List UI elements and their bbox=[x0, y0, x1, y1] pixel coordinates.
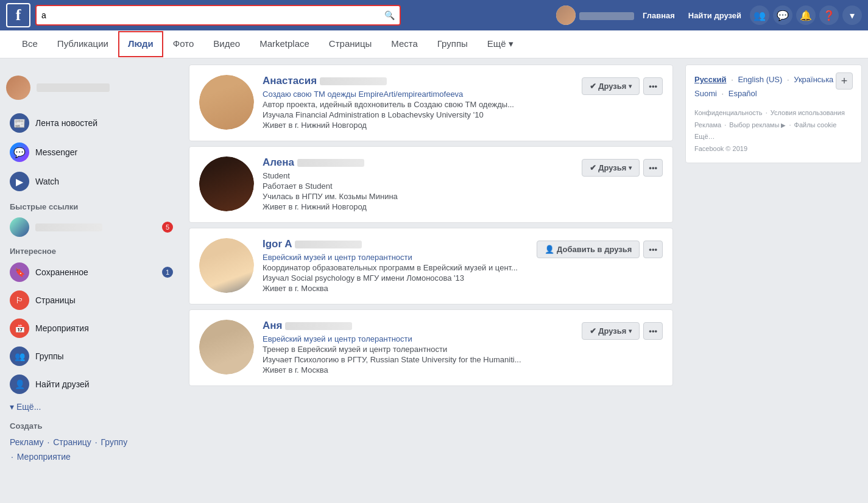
result-actions-anya: ✔ Друзья ▾ ••• bbox=[582, 322, 663, 340]
right-sidebar: Русский · English (US) · Українська Suom… bbox=[679, 65, 868, 473]
facebook-logo[interactable]: f bbox=[6, 3, 30, 27]
result-avatar-alena[interactable] bbox=[199, 157, 254, 211]
tab-more[interactable]: Ещё ▾ bbox=[478, 31, 523, 58]
create-event-link[interactable]: Мероприятие bbox=[17, 452, 71, 462]
lang-russian[interactable]: Русский bbox=[694, 75, 727, 84]
result-detail3-anya: Живет в г. Москва bbox=[263, 365, 573, 375]
result-detail3-alena: Живет в г. Нижний Новгород bbox=[263, 202, 573, 211]
sidebar-item-groups[interactable]: 👥 Группы bbox=[6, 342, 177, 370]
result-tagline-igor: Еврейский музей и центр толерантности bbox=[263, 253, 528, 262]
sidebar-item-news[interactable]: 📰 Лента новостей bbox=[6, 108, 177, 138]
tab-marketplace[interactable]: Marketplace bbox=[250, 31, 319, 57]
nav-find-friends-button[interactable]: Найти друзей bbox=[683, 9, 746, 23]
watch-icon: ▶ bbox=[10, 172, 29, 191]
tab-posts[interactable]: Публикации bbox=[48, 31, 118, 57]
tab-places[interactable]: Места bbox=[381, 31, 428, 57]
result-detail3-anastasia: Живет в г. Нижний Новгород bbox=[263, 121, 573, 130]
result-name-anastasia[interactable]: Анастасия bbox=[263, 75, 573, 87]
result-card-alena: Алена Student Работает в Student Училась… bbox=[189, 146, 673, 223]
result-info-alena: Алена Student Работает в Student Училась… bbox=[263, 157, 573, 213]
search-icon[interactable]: 🔍 bbox=[384, 10, 395, 20]
news-icon: 📰 bbox=[10, 113, 29, 133]
result-detail3-igor: Живет в г. Москва bbox=[263, 284, 528, 293]
result-card-anya: Аня Еврейский музей и центр толерантност… bbox=[189, 309, 673, 386]
result-avatar-anastasia[interactable] bbox=[199, 75, 254, 130]
more-options-button-anastasia[interactable]: ••• bbox=[643, 77, 663, 95]
result-actions-anastasia: ✔ Друзья ▾ ••• bbox=[582, 77, 663, 95]
lang-espanol[interactable]: Español bbox=[729, 89, 757, 98]
footer-privacy-link[interactable]: Конфиденциальность bbox=[694, 109, 763, 116]
more-options-button-igor[interactable]: ••• bbox=[643, 241, 663, 258]
saved-badge: 1 bbox=[162, 267, 173, 278]
nav-home-button[interactable]: Главная bbox=[638, 9, 680, 23]
result-avatar-igor[interactable] bbox=[199, 238, 254, 293]
more-options-button-alena[interactable]: ••• bbox=[643, 159, 663, 177]
create-links: Рекламу · Страницу · Группу · Мероприяти… bbox=[6, 433, 177, 467]
footer-ads-link[interactable]: Реклама bbox=[694, 121, 721, 128]
result-tagline-anya: Еврейский музей и центр толерантности bbox=[263, 334, 573, 343]
tab-videos[interactable]: Видео bbox=[203, 31, 250, 57]
lang-suomi[interactable]: Suomi bbox=[694, 89, 717, 98]
notifications-icon-button[interactable]: 🔔 bbox=[796, 5, 816, 25]
language-widget: Русский · English (US) · Українська Suom… bbox=[685, 65, 862, 163]
friends-button-alena[interactable]: ✔ Друзья ▾ bbox=[582, 159, 640, 177]
sidebar-item-messenger[interactable]: 💬 Messenger bbox=[6, 138, 177, 167]
footer-terms-link[interactable]: Условия использования bbox=[771, 109, 845, 116]
messenger-icon-button[interactable]: 💬 bbox=[773, 5, 792, 25]
result-card-anastasia: Анастасия Создаю свою ТМ одежды EmpireAr… bbox=[189, 65, 673, 141]
result-detail1-alena: Работает в Student bbox=[263, 181, 573, 191]
more-options-button-anya[interactable]: ••• bbox=[643, 322, 663, 340]
result-detail1-anastasia: Автор проекта, идейный вдохновитель в Со… bbox=[263, 100, 573, 109]
tab-pages[interactable]: Страницы bbox=[319, 31, 381, 57]
events-label: Мероприятия bbox=[35, 323, 89, 333]
help-icon-button[interactable]: ❓ bbox=[819, 5, 839, 25]
create-section-title: Создать bbox=[6, 415, 177, 433]
result-detail1-igor: Координатор образовательных программ в Е… bbox=[263, 263, 528, 272]
sidebar-user-profile[interactable] bbox=[6, 71, 177, 105]
quick-links-title: Быстрые ссылки bbox=[6, 196, 177, 214]
language-row: Русский · English (US) · Українська Suom… bbox=[694, 72, 853, 101]
lang-ukrainian[interactable]: Українська bbox=[794, 75, 833, 84]
tab-photos[interactable]: Фото bbox=[163, 31, 203, 57]
result-detail2-igor: Изучал Social psychology в МГУ имени Лом… bbox=[263, 273, 528, 283]
create-group-link[interactable]: Группу bbox=[101, 437, 128, 447]
tab-all[interactable]: Все bbox=[12, 31, 48, 57]
main-layout: 📰 Лента новостей 💬 Messenger ▶ Watch Быс… bbox=[0, 58, 868, 479]
friends-icon-button[interactable]: 👥 bbox=[750, 5, 769, 25]
sidebar-quick-link-item[interactable]: 5 bbox=[6, 214, 177, 241]
filter-tabs-bar: Все Публикации Люди Фото Видео Marketpla… bbox=[0, 30, 868, 58]
result-name-alena[interactable]: Алена bbox=[263, 157, 573, 169]
footer-cookies-link[interactable]: Файлы cookie bbox=[794, 121, 837, 128]
sidebar-item-watch[interactable]: ▶ Watch bbox=[6, 167, 177, 196]
sidebar-item-find-friends[interactable]: 👤 Найти друзей bbox=[6, 370, 177, 398]
friends-button-anastasia[interactable]: ✔ Друзья ▾ bbox=[582, 77, 640, 95]
add-friend-button-igor[interactable]: 👤 Добавить в друзья bbox=[537, 241, 640, 258]
result-name-anya[interactable]: Аня bbox=[263, 320, 573, 332]
create-page-link[interactable]: Страницу bbox=[53, 437, 91, 447]
sidebar-more-button[interactable]: ▾ Ещё... bbox=[6, 398, 177, 415]
create-ad-link[interactable]: Рекламу bbox=[10, 437, 44, 447]
lang-english[interactable]: English (US) bbox=[738, 75, 782, 84]
footer-more-link[interactable]: Ещё… bbox=[694, 133, 715, 140]
result-avatar-anya[interactable] bbox=[199, 320, 254, 375]
result-info-anya: Аня Еврейский музей и центр толерантност… bbox=[263, 320, 573, 376]
expand-icon-button[interactable]: ▾ bbox=[842, 5, 862, 25]
result-name-igor[interactable]: Igor A bbox=[263, 238, 528, 250]
avatar[interactable] bbox=[556, 5, 576, 25]
tab-people[interactable]: Люди bbox=[118, 31, 163, 57]
search-input[interactable]: a bbox=[41, 10, 384, 20]
find-friends-icon: 👤 bbox=[10, 375, 29, 394]
saved-label: Сохраненное bbox=[35, 267, 88, 277]
quick-link-badge: 5 bbox=[162, 222, 173, 233]
sidebar-item-pages[interactable]: 🏳 Страницы bbox=[6, 286, 177, 314]
friends-button-anya[interactable]: ✔ Друзья ▾ bbox=[582, 322, 640, 340]
tab-groups[interactable]: Группы bbox=[428, 31, 478, 57]
groups-icon: 👥 bbox=[10, 346, 29, 366]
find-friends-label: Найти друзей bbox=[35, 379, 90, 389]
add-language-button[interactable]: + bbox=[836, 72, 853, 90]
sidebar-item-saved[interactable]: 🔖 Сохраненное 1 bbox=[6, 258, 177, 286]
footer-ad-choices-link[interactable]: Выбор рекламы bbox=[729, 121, 779, 128]
top-navigation: f a 🔍 Главная Найти друзей 👥 💬 🔔 ❓ ▾ bbox=[0, 0, 868, 30]
nav-right-section: Главная Найти друзей 👥 💬 🔔 ❓ ▾ bbox=[556, 5, 862, 25]
sidebar-item-events[interactable]: 📅 Мероприятия bbox=[6, 314, 177, 342]
